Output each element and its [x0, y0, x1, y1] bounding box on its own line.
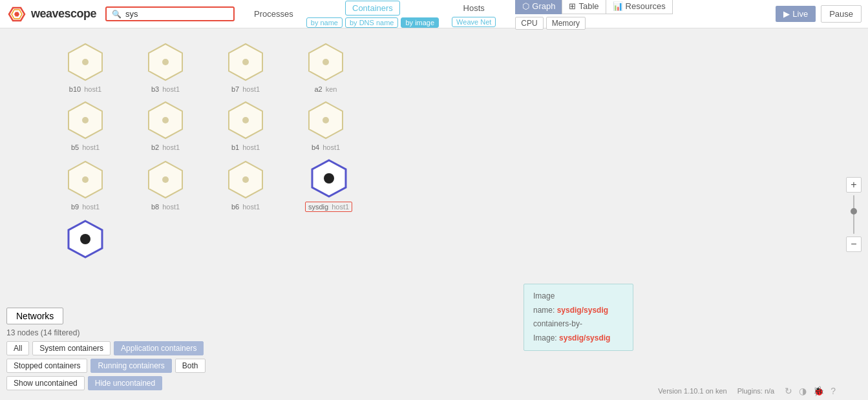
status-icons: ↻ ◑ 🐞 ?: [785, 386, 836, 396]
containers-by-image[interactable]: by image: [401, 17, 439, 28]
networks-button[interactable]: Networks: [6, 308, 63, 324]
resources-view-btn[interactable]: 📊 Resources: [606, 0, 673, 14]
filter-show-uncontained[interactable]: Show uncontained: [6, 376, 85, 390]
zoom-out-button[interactable]: −: [846, 237, 862, 252]
node-a2[interactable]: a2 ken: [305, 41, 346, 93]
hex-b9-shape: [65, 159, 106, 200]
svg-point-26: [324, 173, 334, 184]
nav-processes[interactable]: Processes: [248, 7, 300, 21]
svg-point-28: [80, 234, 90, 244]
zoom-in-button[interactable]: +: [846, 177, 862, 193]
topnav: weavescope 🔍 Processes Containers by nam…: [0, 0, 868, 28]
zoom-controls: + −: [846, 177, 862, 252]
statusbar: Version 1.10.1 on ken Plugins: n/a ↻ ◑ 🐞…: [658, 386, 836, 396]
node-b7[interactable]: b7 host1: [225, 41, 266, 93]
svg-point-6: [162, 59, 169, 65]
node-count: 13 nodes (14 filtered): [6, 328, 233, 337]
svg-point-12: [82, 117, 89, 123]
main-area: b10 host1 b3 host1: [0, 28, 868, 400]
node-sysdig[interactable]: sysdig host1: [305, 158, 352, 212]
containers-by-dns[interactable]: by DNS name: [345, 17, 398, 28]
svg-point-14: [162, 117, 169, 123]
filter-both[interactable]: Both: [175, 359, 206, 373]
node-b8[interactable]: b8 host1: [145, 159, 186, 211]
hex-row-2: b9 host1 b8 host1: [6, 158, 862, 212]
containers-sub: by name by DNS name by image: [306, 17, 439, 28]
filter-stopped[interactable]: Stopped containers: [6, 359, 87, 373]
node-b5[interactable]: b5 host1: [65, 100, 106, 151]
svg-marker-2: [14, 12, 19, 16]
node-partial[interactable]: [65, 218, 106, 260]
hex-b6-shape: [225, 159, 266, 200]
svg-point-22: [162, 176, 169, 183]
containers-by-name[interactable]: by name: [306, 17, 343, 28]
filter-all[interactable]: All: [6, 341, 29, 355]
help-icon[interactable]: ?: [831, 386, 836, 396]
hex-b5-shape: [65, 100, 106, 141]
hex-partial-shape: [65, 218, 106, 260]
weave-net-btn[interactable]: Weave Net: [452, 17, 496, 27]
hex-a2-shape: [305, 41, 346, 83]
resources-icon: 📊: [613, 1, 623, 11]
svg-point-8: [242, 59, 249, 65]
plugins-text: Plugins: n/a: [737, 387, 774, 395]
tooltip-image-row: Image: [533, 289, 624, 304]
hex-row-3: [6, 218, 862, 260]
resources-sub: CPU Memory: [515, 17, 586, 30]
logo-icon: [6, 4, 27, 25]
node-b3[interactable]: b3 host1: [145, 41, 186, 93]
pause-button[interactable]: Pause: [821, 5, 862, 23]
tooltip-image2-row: Image: sysdig/sysdig: [533, 332, 624, 346]
node-b6[interactable]: b6 host1: [225, 159, 266, 211]
node-b2[interactable]: b2 host1: [145, 100, 186, 151]
filter-running[interactable]: Running containers: [90, 359, 171, 373]
svg-point-4: [82, 59, 89, 65]
play-icon: ▶: [783, 9, 790, 19]
version-text: Version 1.10.1 on ken: [658, 387, 726, 395]
bug-icon[interactable]: 🐞: [813, 386, 824, 396]
svg-point-16: [242, 117, 249, 123]
filter-row-3: Show uncontained Hide uncontained: [6, 376, 233, 390]
memory-btn[interactable]: Memory: [546, 17, 586, 30]
sidebar: Networks 13 nodes (14 filtered) All Syst…: [0, 301, 239, 400]
filter-hide-uncontained[interactable]: Hide uncontained: [88, 376, 162, 390]
hex-b8-shape: [145, 159, 186, 200]
nav-containers[interactable]: Containers by name by DNS name by image: [300, 1, 445, 28]
hex-b10-shape: [65, 41, 106, 83]
hex-b4-shape: [305, 100, 346, 141]
tooltip: Image name: sysdig/sysdig containers-by-…: [524, 284, 633, 351]
nav-hosts[interactable]: Hosts Weave Net: [445, 1, 502, 27]
filter-row-2: Stopped containers Running containers Bo…: [6, 359, 233, 373]
node-b10[interactable]: b10 host1: [65, 41, 106, 93]
zoom-slider[interactable]: [853, 195, 854, 234]
logo: weavescope: [6, 4, 96, 25]
hex-sysdig-shape: [308, 158, 350, 199]
svg-point-10: [323, 59, 329, 65]
graph-icon: ⬡: [522, 1, 529, 11]
search-input[interactable]: [125, 9, 228, 19]
node-b9[interactable]: b9 host1: [65, 159, 106, 211]
refresh-icon[interactable]: ↻: [785, 386, 792, 396]
zoom-handle[interactable]: [851, 208, 857, 215]
node-b1[interactable]: b1 host1: [225, 100, 266, 151]
table-view-btn[interactable]: ⊞ Table: [562, 0, 605, 14]
tooltip-containers-row: containers-by-: [533, 317, 624, 332]
hex-b3-shape: [145, 41, 186, 83]
hex-b7-shape: [225, 41, 266, 83]
table-icon: ⊞: [569, 1, 576, 11]
tooltip-name-row: name: sysdig/sysdig: [533, 304, 624, 318]
live-button[interactable]: ▶ Live: [776, 6, 816, 22]
cpu-btn[interactable]: CPU: [515, 17, 543, 30]
filter-application-containers[interactable]: Application containers: [114, 341, 204, 355]
hex-b2-shape: [145, 100, 186, 141]
contrast-icon[interactable]: ◑: [799, 386, 807, 396]
search-box[interactable]: 🔍: [105, 6, 235, 21]
logo-weave: weave: [31, 7, 65, 20]
filter-system-containers[interactable]: System containers: [32, 341, 111, 355]
hex-row-1: b5 host1 b2 host1: [6, 100, 862, 151]
hex-row-0: b10 host1 b3 host1: [6, 41, 862, 93]
graph-view-btn[interactable]: ⬡ Graph: [515, 0, 562, 14]
view-section: ⬡ Graph ⊞ Table 📊 Resources CPU Memory: [515, 0, 672, 30]
sysdig-label: sysdig host1: [305, 202, 352, 212]
node-b4[interactable]: b4 host1: [305, 100, 346, 151]
